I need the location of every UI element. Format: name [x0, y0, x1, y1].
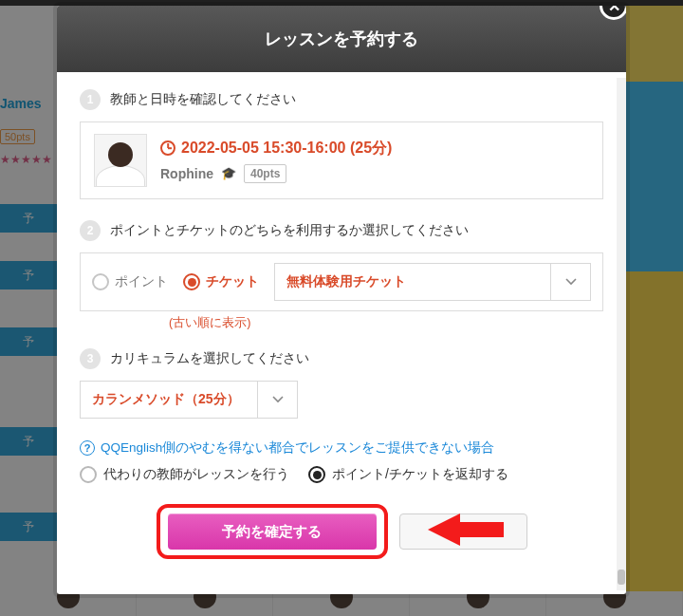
step-label: カリキュラムを選択してください	[110, 350, 309, 367]
teacher-name: Rophine	[160, 166, 213, 181]
radio-ticket[interactable]: チケット	[183, 273, 259, 290]
radio-point[interactable]: ポイント	[92, 273, 168, 290]
teacher-datetime-box: 2022-05-05 15:30-16:00 (25分) Rophine 🎓 4…	[80, 121, 603, 199]
modal-title: レッスンを予約する	[265, 28, 418, 50]
curriculum-row: カランメソッド（25分）	[80, 381, 603, 419]
chevron-down-icon	[257, 382, 297, 418]
step-label: 教師と日時を確認してください	[110, 91, 296, 108]
action-row: 予約を確定する	[80, 504, 603, 559]
confirm-reservation-button[interactable]: 予約を確定する	[168, 513, 377, 550]
points-badge: 40pts	[244, 164, 286, 183]
teacher-avatar	[94, 134, 147, 187]
step-2-header: 2 ポイントとチケットのどちらを利用するか選択してください	[80, 220, 603, 241]
radio-label: ポイント/チケットを返却する	[332, 466, 508, 483]
ticket-select[interactable]: 無料体験用チケット	[274, 263, 591, 301]
radio-icon	[80, 466, 97, 483]
select-value: 無料体験用チケット	[275, 264, 550, 300]
modal-header: レッスンを予約する	[57, 6, 626, 72]
lesson-datetime: 2022-05-05 15:30-16:00 (25分)	[160, 139, 392, 159]
radio-substitute-teacher[interactable]: 代わりの教師がレッスンを行う	[80, 466, 289, 483]
annotation-arrow-icon	[428, 510, 504, 553]
cancellation-options: 代わりの教師がレッスンを行う ポイント/チケットを返却する	[80, 466, 603, 483]
help-text: QQEnglish側のやむを得ない都合でレッスンをご提供できない場合	[101, 439, 494, 457]
step-number: 3	[80, 348, 101, 369]
radio-icon	[183, 273, 200, 290]
policy-help-link[interactable]: ? QQEnglish側のやむを得ない都合でレッスンをご提供できない場合	[80, 439, 603, 457]
question-icon: ?	[80, 440, 95, 456]
graduation-icon: 🎓	[221, 166, 236, 180]
radio-label: 代わりの教師がレッスンを行う	[103, 466, 289, 483]
step-number: 1	[80, 89, 101, 110]
modal-body: 1 教師と日時を確認してください 2022-05-05 15:30-16:00 …	[57, 72, 626, 594]
close-icon: ✕	[608, 6, 620, 15]
ticket-order-hint: (古い順に表示)	[169, 315, 603, 331]
radio-icon	[92, 273, 109, 290]
teacher-name-row: Rophine 🎓 40pts	[160, 164, 392, 183]
radio-icon	[308, 466, 325, 483]
chevron-down-icon	[550, 264, 590, 300]
step-number: 2	[80, 220, 101, 241]
radio-refund[interactable]: ポイント/チケットを返却する	[308, 466, 508, 483]
reserve-modal: ✕ レッスンを予約する 1 教師と日時を確認してください 2022-05-05 …	[57, 6, 626, 594]
curriculum-select[interactable]: カランメソッド（25分）	[80, 381, 298, 419]
step-label: ポイントとチケットのどちらを利用するか選択してください	[110, 222, 469, 239]
radio-label: チケット	[206, 273, 259, 290]
radio-label: ポイント	[115, 273, 168, 290]
select-value: カランメソッド（25分）	[81, 382, 257, 418]
step-3-header: 3 カリキュラムを選択してください	[80, 348, 603, 369]
datetime-text: 2022-05-05 15:30-16:00 (25分)	[181, 139, 392, 159]
step-1-header: 1 教師と日時を確認してください	[80, 89, 603, 110]
clock-icon	[160, 140, 175, 156]
highlight-frame: 予約を確定する	[157, 504, 388, 559]
payment-radio-row: ポイント チケット 無料体験用チケット	[80, 252, 603, 311]
svg-marker-0	[428, 513, 504, 546]
